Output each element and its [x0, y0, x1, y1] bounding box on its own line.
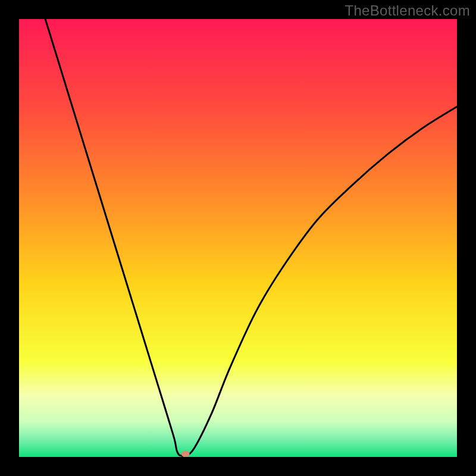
optimum-marker: [181, 450, 190, 457]
chart-frame: TheBottleneck.com: [0, 0, 476, 476]
gradient-background: [19, 19, 457, 457]
chart-svg: [19, 19, 457, 457]
plot-area: [19, 19, 457, 457]
watermark-text: TheBottleneck.com: [345, 2, 470, 19]
